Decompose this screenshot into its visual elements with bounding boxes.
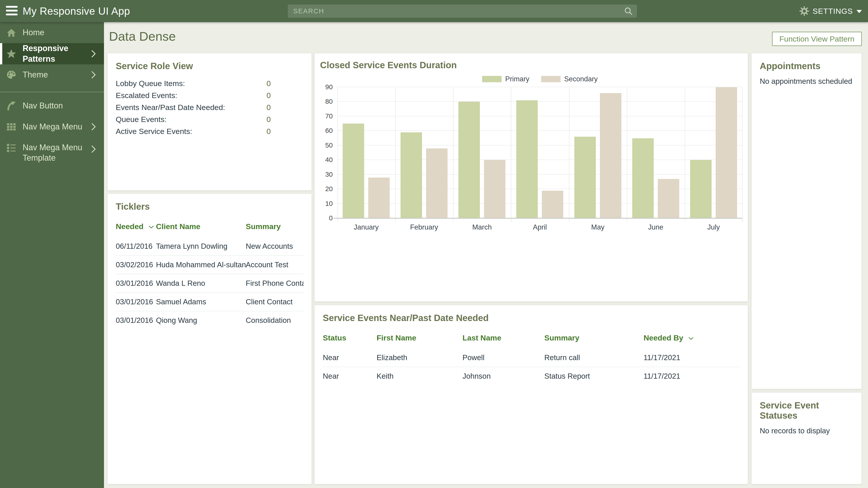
column-header-client-name[interactable]: Client Name bbox=[156, 218, 246, 237]
bar-primary-june[interactable] bbox=[632, 138, 654, 218]
closed-service-events-chart-panel: Closed Service Events Duration Primary S… bbox=[314, 53, 748, 302]
sidebar-item-label: Responsive Patterns bbox=[23, 43, 90, 64]
cell: Qiong Wang bbox=[156, 311, 246, 329]
x-axis-line bbox=[334, 218, 743, 219]
cell: Powell bbox=[463, 349, 544, 367]
table-row[interactable]: NearElizabethPowellReturn call11/17/2021 bbox=[323, 349, 740, 367]
column-header-needed-by[interactable]: Needed By bbox=[644, 329, 740, 349]
panel-title: Service Events Near/Past Date Needed bbox=[315, 305, 748, 323]
column-header-summary[interactable]: Summary bbox=[544, 329, 644, 349]
cell: 03/01/2016 bbox=[116, 293, 156, 311]
y-axis-tick-label: 50 bbox=[310, 141, 333, 149]
sidebar-item-theme[interactable]: Theme bbox=[0, 64, 104, 86]
function-view-pattern-button[interactable]: Function View Pattern bbox=[772, 32, 862, 46]
column-header-last-name[interactable]: Last Name bbox=[463, 329, 544, 349]
column-header-needed[interactable]: Needed bbox=[116, 218, 156, 237]
sidebar-item-label: Nav Button bbox=[23, 101, 104, 111]
cell: Wanda L Reno bbox=[156, 274, 246, 293]
column-header-summary[interactable]: Summary bbox=[246, 218, 304, 237]
column-header-first-name[interactable]: First Name bbox=[377, 329, 463, 349]
sidebar-item-nav-mega-menu[interactable]: Nav Mega Menu bbox=[0, 116, 104, 137]
chevron-right-icon bbox=[90, 70, 97, 79]
column-header-status[interactable]: Status bbox=[323, 329, 377, 349]
bar-group-january bbox=[337, 87, 395, 218]
bar-primary-april[interactable] bbox=[516, 100, 538, 218]
stat-label: Active Service Events: bbox=[116, 127, 267, 136]
legend-item-primary[interactable]: Primary bbox=[482, 75, 529, 83]
bar-secondary-april[interactable] bbox=[542, 191, 563, 218]
ticklers-table: Needed Client Name Summary 06/11/2016Tam… bbox=[116, 218, 304, 329]
legend-label: Primary bbox=[505, 75, 529, 83]
table-row[interactable]: 03/02/2016Huda Mohammed Al-sultanAccount… bbox=[116, 256, 304, 274]
y-axis-tick-label: 70 bbox=[310, 112, 333, 120]
panel-title: Service Event Statuses bbox=[752, 393, 862, 421]
stat-row: Lobby Queue Items:0 bbox=[116, 77, 303, 90]
bar-primary-july[interactable] bbox=[690, 160, 712, 218]
settings-menu[interactable]: SETTINGS bbox=[800, 5, 862, 17]
legend-label: Secondary bbox=[564, 75, 598, 83]
table-row[interactable]: 06/11/2016Tamera Lynn DowlingNew Account… bbox=[116, 237, 304, 256]
y-axis-tick-label: 40 bbox=[310, 156, 333, 164]
stat-label: Escalated Events: bbox=[116, 91, 267, 100]
table-row[interactable]: 03/01/2016Qiong WangConsolidation bbox=[116, 311, 304, 329]
sidebar-divider bbox=[0, 92, 104, 92]
stat-value: 0 bbox=[267, 115, 303, 124]
legend-item-secondary[interactable]: Secondary bbox=[541, 75, 598, 83]
cell: Near bbox=[323, 367, 377, 385]
curved-arrow-icon bbox=[6, 100, 17, 111]
star-icon bbox=[6, 48, 17, 59]
cell: Near bbox=[323, 349, 377, 367]
sidebar-item-label: Home bbox=[23, 27, 104, 38]
cell: 11/17/2021 bbox=[644, 367, 740, 385]
table-row[interactable]: 03/01/2016Samuel AdamsClient Contact bbox=[116, 293, 304, 311]
chart-legend: Primary Secondary bbox=[337, 75, 743, 83]
search-icon[interactable] bbox=[624, 6, 633, 15]
legend-swatch-secondary bbox=[541, 76, 561, 82]
sidebar-item-nav-mega-menu-template[interactable]: Nav Mega Menu Template bbox=[0, 137, 104, 171]
stat-value: 0 bbox=[267, 103, 303, 112]
bar-secondary-july[interactable] bbox=[716, 87, 737, 218]
bar-secondary-march[interactable] bbox=[484, 160, 505, 218]
cell: Consolidation bbox=[246, 311, 304, 329]
bar-secondary-may[interactable] bbox=[600, 93, 621, 218]
bar-secondary-january[interactable] bbox=[368, 177, 390, 218]
bar-primary-february[interactable] bbox=[401, 132, 422, 218]
bar-primary-may[interactable] bbox=[575, 137, 596, 218]
cell: Account Test bbox=[246, 256, 304, 274]
bar-primary-march[interactable] bbox=[458, 102, 480, 218]
sidebar-item-label: Nav Mega Menu Template bbox=[23, 142, 90, 164]
y-axis-tick-label: 10 bbox=[310, 200, 333, 207]
gear-icon bbox=[800, 6, 809, 16]
ticklers-panel: Ticklers Needed Client Name Summary 06/1… bbox=[107, 194, 312, 484]
service-event-statuses-panel: Service Event Statuses No records to dis… bbox=[751, 392, 862, 484]
cell: Huda Mohammed Al-sultan bbox=[156, 256, 246, 274]
bar-secondary-june[interactable] bbox=[658, 179, 679, 218]
service-events-table: Status First Name Last Name Summary Need… bbox=[323, 329, 740, 385]
chevron-right-icon bbox=[90, 49, 97, 58]
hamburger-menu-icon[interactable] bbox=[6, 6, 20, 16]
search-box bbox=[288, 4, 637, 18]
service-events-panel: Service Events Near/Past Date Needed Sta… bbox=[314, 305, 748, 484]
bar-primary-january[interactable] bbox=[343, 124, 364, 218]
stat-value: 0 bbox=[267, 127, 303, 136]
stat-row: Events Near/Past Date Needed:0 bbox=[116, 101, 303, 113]
chevron-right-icon bbox=[90, 144, 97, 154]
sidebar-item-nav-button[interactable]: Nav Button bbox=[0, 95, 104, 116]
cell: 03/02/2016 bbox=[116, 256, 156, 274]
table-row[interactable]: 03/01/2016Wanda L RenoFirst Phone Contac… bbox=[116, 274, 304, 293]
palette-icon bbox=[6, 69, 17, 80]
x-axis-tick-label: March bbox=[453, 223, 511, 231]
bar-secondary-february[interactable] bbox=[426, 149, 447, 218]
sidebar-item-label: Theme bbox=[23, 70, 90, 80]
stat-label: Queue Events: bbox=[116, 115, 267, 124]
cell: Client Contact bbox=[246, 293, 304, 311]
sidebar-item-responsive-patterns[interactable]: Responsive Patterns bbox=[0, 43, 104, 64]
sidebar-item-home[interactable]: Home bbox=[0, 22, 104, 43]
y-axis-tick-label: 30 bbox=[310, 170, 333, 178]
search-input[interactable] bbox=[288, 7, 624, 15]
stat-row: Queue Events:0 bbox=[116, 113, 303, 125]
stat-row: Active Service Events:0 bbox=[116, 125, 303, 137]
panel-title: Service Role View bbox=[107, 53, 311, 71]
cell: Johnson bbox=[463, 367, 544, 385]
table-row[interactable]: NearKeithJohnsonStatus Report11/17/2021 bbox=[323, 367, 740, 385]
